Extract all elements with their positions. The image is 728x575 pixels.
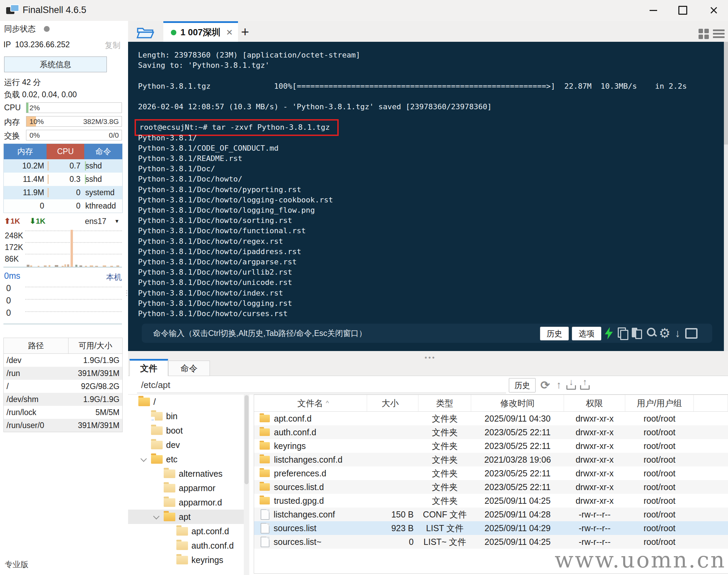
minimize-button[interactable]: [646, 3, 661, 17]
process-col-header[interactable]: 内存: [4, 144, 47, 159]
terminal[interactable]: Length: 23978360 (23M) [application/octe…: [128, 42, 728, 351]
tab-session[interactable]: 1 007深圳 ✕: [163, 21, 238, 42]
process-row[interactable]: 11.9M0systemd: [4, 186, 122, 199]
file-col-header-label: 修改时间: [500, 398, 535, 409]
tab-close-icon[interactable]: ✕: [226, 28, 233, 37]
file-col-header[interactable]: 权限: [564, 395, 625, 411]
panel-splitter[interactable]: •••: [128, 351, 728, 359]
layout-grid-icon[interactable]: [699, 29, 709, 39]
process-col-header[interactable]: CPU: [47, 144, 84, 159]
download-arrow-icon[interactable]: ↓: [671, 326, 684, 340]
command-input[interactable]: 命令输入（双击Ctrl切换,Alt历史,Tab路径/命令,Esc关闭窗口）: [153, 328, 367, 339]
file-tree[interactable]: /→binbootdevetcalternativesapparmorappar…: [128, 395, 244, 575]
disk-usage-table[interactable]: 路径可用/大小/dev1.9G/1.9G/run391M/391M/92G/98…: [3, 338, 123, 432]
new-tab-button[interactable]: +: [241, 24, 249, 40]
window-mode-icon[interactable]: [685, 326, 698, 340]
disk-row[interactable]: /run/user/0391M/391M: [4, 419, 122, 432]
tree-item-[interactable]: /: [128, 395, 244, 409]
disk-row[interactable]: /run/lock5M/5M: [4, 406, 122, 419]
scrollbar-thumb[interactable]: [244, 395, 249, 484]
chevron-down-icon[interactable]: [140, 455, 147, 462]
file-name: listchanges.conf.d: [274, 455, 342, 465]
process-row[interactable]: 11.4M0.3sshd: [4, 173, 122, 186]
open-connection-folder-icon[interactable]: [136, 25, 154, 40]
system-info-button[interactable]: 系统信息: [4, 57, 107, 72]
disk-col-path[interactable]: 路径: [4, 338, 68, 353]
network-rate-row: ⬆1K ⬇1K ens17 ▼: [0, 217, 128, 227]
tree-item-etc[interactable]: etc: [128, 452, 244, 466]
file-row[interactable]: sources.list923 BLIST 文件2025/09/11 04:29…: [254, 521, 728, 535]
tree-item-label: /: [153, 397, 156, 407]
tree-item-apparmor[interactable]: apparmor: [128, 481, 244, 495]
file-row[interactable]: sources.list.d文件夹2023/05/25 22:11drwxr-x…: [254, 480, 728, 494]
download-file-icon[interactable]: ↓: [565, 378, 577, 392]
terminal-options-button[interactable]: 选项: [572, 327, 601, 340]
disk-col-size[interactable]: 可用/大小: [68, 338, 122, 353]
maximize-button[interactable]: [675, 3, 690, 17]
close-button[interactable]: [706, 3, 721, 17]
sync-status-dot: [44, 26, 50, 32]
scrollbar-thumb[interactable]: [724, 42, 728, 145]
process-memory: 11.9M: [4, 188, 44, 197]
tree-item-dev[interactable]: dev: [128, 438, 244, 452]
tab-commands[interactable]: 命令: [168, 361, 210, 376]
menu-icon[interactable]: [713, 29, 725, 40]
process-col-header[interactable]: 命令: [84, 144, 122, 159]
folder-icon: [260, 470, 270, 477]
tree-item-authconfd[interactable]: auth.conf.d: [128, 538, 244, 553]
paste-icon[interactable]: [630, 326, 643, 340]
file-row[interactable]: apt.conf.d文件夹2025/09/11 04:30drwxr-xr-xr…: [254, 412, 728, 425]
folder-icon: [260, 415, 270, 422]
process-row[interactable]: 00kthreadd: [4, 199, 122, 213]
copy-ip-button[interactable]: 复制: [105, 40, 121, 51]
sidebar: 同步状态 IP 103.236.66.252 复制 系统信息 运行 42 分 负…: [0, 21, 128, 575]
terminal-line: Python-3.8.1/Doc/howto/regex.rst: [138, 236, 687, 247]
file-col-header[interactable]: 修改时间: [471, 395, 564, 411]
refresh-icon[interactable]: ⟳: [539, 378, 551, 392]
disk-row[interactable]: /dev/shm1.9G/1.9G: [4, 393, 122, 406]
file-row[interactable]: sources.list~0LIST~ 文件2025/09/11 04:25-r…: [254, 535, 728, 549]
tree-item-apparmord[interactable]: apparmor.d: [128, 495, 244, 510]
cpu-spark-icon: [85, 175, 86, 184]
file-row[interactable]: keyrings文件夹2023/05/25 22:11drwxr-xr-xroo…: [254, 439, 728, 453]
file-col-header[interactable]: 用户/用户组: [625, 395, 694, 411]
file-col-header-label: 文件名: [298, 398, 323, 409]
folder-icon: [151, 426, 163, 435]
settings-gear-icon[interactable]: ⚙: [658, 326, 671, 340]
path-history-button[interactable]: 历史: [509, 378, 536, 392]
file-row[interactable]: listchanges.conf150 BCONF 文件2025/09/11 0…: [254, 508, 728, 521]
terminal-history-button[interactable]: 历史: [540, 327, 569, 340]
tree-scrollbar[interactable]: [244, 395, 249, 575]
path-input[interactable]: /etc/apt: [141, 380, 170, 390]
disk-row[interactable]: /92G/98.2G: [4, 380, 122, 393]
ip-label: IP: [3, 40, 11, 49]
tab-files[interactable]: 文件: [129, 359, 168, 376]
file-row[interactable]: trusted.gpg.d文件夹2025/09/11 04:25drwxr-xr…: [254, 494, 728, 508]
upload-file-icon[interactable]: ↑: [579, 378, 591, 392]
chevron-down-icon[interactable]: [153, 513, 159, 519]
tree-item-alternatives[interactable]: alternatives: [128, 466, 244, 481]
process-row[interactable]: 10.2M0.7sshd: [4, 159, 122, 173]
tree-item-apt[interactable]: apt: [128, 510, 244, 524]
tree-item-aptconfd[interactable]: apt.conf.d: [128, 524, 244, 538]
disk-row[interactable]: /dev1.9G/1.9G: [4, 354, 122, 367]
parent-dir-icon[interactable]: ↑: [553, 378, 565, 392]
copy-icon[interactable]: [616, 326, 629, 340]
file-row[interactable]: preferences.d文件夹2023/05/25 22:11drwxr-xr…: [254, 466, 728, 480]
process-table[interactable]: 内存CPU命令10.2M0.7sshd11.4M0.3sshd11.9M0sys…: [3, 143, 123, 213]
terminal-scrollbar[interactable]: [724, 42, 728, 351]
tree-item-bin[interactable]: →bin: [128, 409, 244, 423]
search-icon[interactable]: [645, 326, 658, 340]
chevron-down-icon[interactable]: ▼: [114, 218, 120, 224]
file-row[interactable]: auth.conf.d文件夹2023/05/25 22:11drwxr-xr-x…: [254, 425, 728, 439]
minimize-icon: [650, 10, 657, 11]
disk-row[interactable]: /run391M/391M: [4, 367, 122, 380]
file-col-header[interactable]: 大小: [367, 395, 418, 411]
file-col-header[interactable]: 类型: [418, 395, 471, 411]
lightning-icon[interactable]: [603, 326, 616, 340]
file-row[interactable]: listchanges.conf.d文件夹2021/03/28 19:06drw…: [254, 453, 728, 466]
tree-item-boot[interactable]: boot: [128, 423, 244, 438]
file-col-header[interactable]: 文件名^: [254, 395, 367, 411]
network-interface-select[interactable]: ens17: [85, 217, 106, 226]
tree-item-keyrings[interactable]: keyrings: [128, 553, 244, 567]
